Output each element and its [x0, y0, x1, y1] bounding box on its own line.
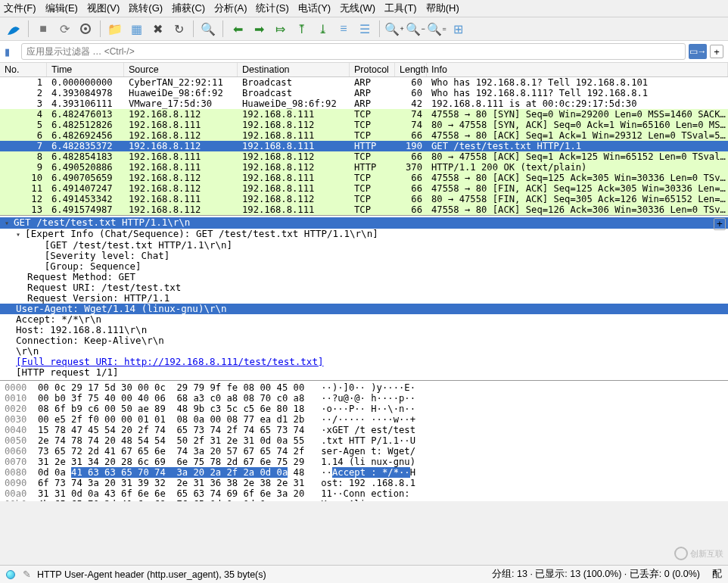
status-profile[interactable]: 配	[712, 568, 722, 581]
zoom-in-icon[interactable]: 🔍+	[385, 20, 403, 38]
menu-wireless[interactable]: 无线(W)	[340, 2, 375, 15]
save-icon[interactable]: ▦	[127, 20, 145, 38]
cell-info: 47558 → 80 [SYN] Seq=0 Win=29200 Len=0 M…	[427, 109, 728, 120]
menu-stats[interactable]: 统计(S)	[256, 2, 288, 15]
pane-options-button[interactable]: +	[714, 218, 726, 230]
zoom-reset-icon[interactable]: 🔍=	[428, 20, 446, 38]
add-filter-button[interactable]: +	[710, 45, 723, 58]
bookmark-icon[interactable]: ▮	[5, 46, 18, 58]
autoscroll-icon[interactable]: ≡	[334, 20, 353, 38]
packet-row[interactable]: 106.490705659192.168.8.112192.168.8.111T…	[0, 173, 728, 183]
display-filter-input[interactable]	[21, 43, 686, 60]
close-icon[interactable]: ✖	[148, 20, 166, 38]
col-head-len[interactable]: Length	[395, 63, 427, 76]
detail-line[interactable]: \r\n	[16, 345, 39, 357]
pencil-icon[interactable]: ✎	[23, 569, 31, 580]
zoom-out-icon[interactable]: 🔍−	[406, 20, 425, 38]
col-head-proto[interactable]: Protocol	[350, 63, 395, 76]
hex-line[interactable]: 00a0 31 31 0d 0a 43 6f 6e 6e 65 63 74 69…	[5, 488, 723, 499]
col-head-src[interactable]: Source	[124, 63, 238, 76]
resize-columns-icon[interactable]: ⊞	[449, 20, 467, 38]
packet-row[interactable]: 66.482692456192.168.8.112192.168.8.111TC…	[0, 130, 728, 141]
detail-line[interactable]: GET /test/test.txt HTTP/1.1\r\n	[14, 217, 190, 228]
stop-icon[interactable]: ■	[34, 20, 52, 38]
hex-line[interactable]: 0040 15 78 47 45 54 20 2f 74 65 73 74 2f…	[5, 425, 723, 435]
hex-line[interactable]: 0010 00 b0 3f 75 40 00 40 06 68 a3 c0 a8…	[5, 393, 723, 404]
hex-line[interactable]: 0070 31 2e 31 34 20 28 6c 69 6e 75 78 2d…	[5, 457, 723, 467]
detail-line[interactable]: Request Method: GET	[27, 271, 135, 282]
hex-line[interactable]: 0050 2e 74 78 74 20 48 54 54 50 2f 31 2e…	[5, 435, 723, 446]
menu-analyze[interactable]: 分析(A)	[214, 2, 247, 15]
packet-row[interactable]: 136.491574987192.168.8.112192.168.8.111T…	[0, 204, 728, 215]
hex-line[interactable]: 00b0 4b 65 65 70 2d 41 6c 69 76 65 0d 0a…	[5, 499, 723, 501]
packet-row[interactable]: 24.393084978HuaweiDe_98:6f:92BroadcastAR…	[0, 88, 728, 98]
hex-line[interactable]: 0030 00 e5 2f f0 00 00 01 01 08 0a 00 08…	[5, 414, 723, 425]
detail-line[interactable]: User-Agent: Wget/1.14 (linux-gnu)\r\n	[16, 303, 226, 314]
detail-line[interactable]: [HTTP request 1/1]	[16, 366, 118, 378]
detail-line[interactable]: [GET /test/test.txt HTTP/1.1\r\n]	[45, 239, 232, 251]
jump-icon[interactable]: ⤇	[271, 20, 289, 38]
cell-time: 6.490520886	[47, 162, 124, 173]
packet-row[interactable]: 116.491407247192.168.8.112192.168.8.111T…	[0, 183, 728, 194]
packet-row[interactable]: 46.482476013192.168.8.112192.168.8.111TC…	[0, 109, 728, 120]
expander-icon[interactable]	[16, 228, 25, 239]
hex-line[interactable]: 0060 73 65 72 2d 41 67 65 6e 74 3a 20 57…	[5, 446, 723, 457]
menu-view[interactable]: 视图(V)	[87, 2, 120, 15]
detail-line-uri[interactable]: [Full request URI: http://192.168.8.111/…	[16, 357, 323, 367]
hex-line[interactable]: 0000 00 0c 29 17 5d 30 00 0c 29 79 9f fe…	[5, 382, 723, 393]
col-head-dst[interactable]: Destination	[238, 63, 350, 76]
cell-time: 6.482835372	[47, 141, 124, 151]
packet-row[interactable]: 76.482835372192.168.8.112192.168.8.111HT…	[0, 141, 728, 151]
back-icon[interactable]: ⬅	[229, 20, 247, 38]
detail-line[interactable]: Request Version: HTTP/1.1	[27, 292, 170, 304]
col-head-time[interactable]: Time	[47, 63, 124, 76]
cell-info: 47558 → 80 [ACK] Seq=1 Ack=1 Win=29312 L…	[427, 130, 728, 141]
packet-row[interactable]: 56.482512826192.168.8.111192.168.8.112TC…	[0, 120, 728, 130]
detail-line[interactable]: [Expert Info (Chat/Sequence): GET /test/…	[25, 228, 378, 239]
open-icon[interactable]: 📁	[106, 20, 124, 38]
packet-row[interactable]: 34.393106111VMware_17:5d:30HuaweiDe_98:6…	[0, 98, 728, 109]
menu-capture[interactable]: 捕获(C)	[172, 2, 205, 15]
cell-time: 4.393106111	[47, 98, 124, 109]
col-head-no[interactable]: No.	[0, 63, 47, 76]
menu-telephony[interactable]: 电话(Y)	[298, 2, 331, 15]
detail-line[interactable]: [Group: Sequence]	[45, 260, 142, 272]
detail-line[interactable]: Connection: Keep-Alive\r\n	[16, 335, 164, 346]
expression-button[interactable]: ▭→	[689, 44, 707, 59]
hex-line[interactable]: 0080 0d 0a 41 63 63 65 70 74 3a 20 2a 2f…	[5, 467, 723, 478]
expander-icon[interactable]	[5, 217, 14, 228]
menu-help[interactable]: 帮助(H)	[426, 2, 459, 15]
menu-go[interactable]: 跳转(G)	[129, 2, 163, 15]
restart-icon[interactable]: ⟳	[55, 20, 73, 38]
expert-info-icon[interactable]	[6, 570, 15, 579]
cell-src: 192.168.8.112	[124, 130, 238, 141]
detail-line[interactable]: Host: 192.168.8.111\r\n	[16, 324, 147, 335]
cell-src: HuaweiDe_98:6f:92	[124, 88, 238, 98]
packet-row[interactable]: 96.490520886192.168.8.111192.168.8.112HT…	[0, 162, 728, 173]
col-head-info[interactable]: Info	[427, 63, 728, 76]
first-icon[interactable]: ⤒	[292, 20, 310, 38]
cell-time: 6.482476013	[47, 109, 124, 120]
detail-line[interactable]: [Severity level: Chat]	[45, 250, 170, 261]
options-icon[interactable]	[76, 20, 95, 38]
detail-line[interactable]: Accept: */*\r\n	[16, 313, 101, 325]
status-packet-counts: 分组: 13 · 已显示: 13 (100.0%) · 已丢弃: 0 (0.0%…	[492, 568, 700, 581]
menu-edit[interactable]: 编辑(E)	[45, 2, 78, 15]
reload-icon[interactable]: ↻	[170, 20, 188, 38]
cell-no: 9	[0, 162, 47, 173]
forward-icon[interactable]: ➡	[250, 20, 268, 38]
detail-line[interactable]: Request URI: /test/test.txt	[27, 282, 181, 293]
menu-file[interactable]: 文件(F)	[4, 2, 36, 15]
cell-len: 42	[395, 98, 427, 109]
hex-line[interactable]: 0020 08 6f b9 c6 00 50 ae 89 48 9b c3 5c…	[5, 404, 723, 414]
menu-tools[interactable]: 工具(T)	[384, 2, 417, 15]
packet-row[interactable]: 10.000000000CyberTAN_22:92:11BroadcastAR…	[0, 77, 728, 88]
cell-time: 6.491407247	[47, 183, 124, 194]
find-icon[interactable]: 🔍	[199, 20, 217, 38]
last-icon[interactable]: ⤓	[313, 20, 331, 38]
packet-row[interactable]: 86.482854183192.168.8.111192.168.8.112TC…	[0, 151, 728, 162]
colorize-icon[interactable]: ☰	[356, 20, 374, 38]
hex-line[interactable]: 0090 6f 73 74 3a 20 31 39 32 2e 31 36 38…	[5, 478, 723, 488]
watermark: 创新互联	[674, 547, 723, 560]
packet-row[interactable]: 126.491453342192.168.8.111192.168.8.112T…	[0, 194, 728, 204]
